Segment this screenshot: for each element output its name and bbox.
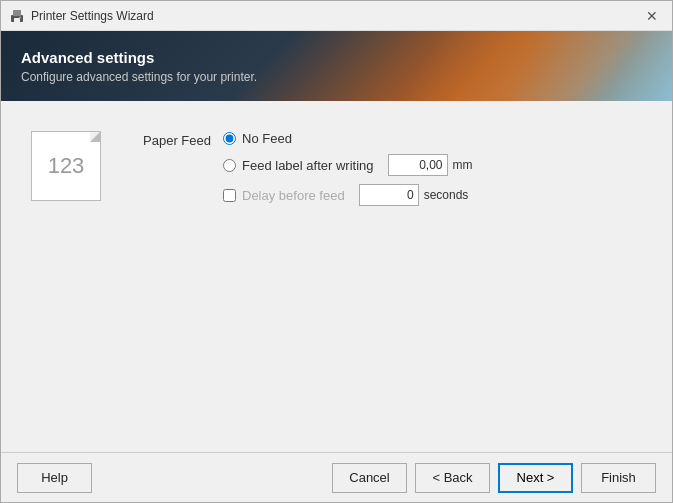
feed-after-label[interactable]: Feed label after writing [242, 158, 374, 173]
header-title: Advanced settings [21, 49, 652, 66]
footer-left: Help [17, 463, 92, 493]
help-button[interactable]: Help [17, 463, 92, 493]
seconds-input[interactable] [359, 184, 419, 206]
footer-right: Cancel < Back Next > Finish [332, 463, 656, 493]
main-content: 123 Paper Feed No Feed Feed label after … [1, 101, 672, 452]
label-preview: 123 [31, 131, 101, 201]
no-feed-label[interactable]: No Feed [242, 131, 292, 146]
delay-feed-label[interactable]: Delay before feed [242, 188, 345, 203]
seconds-input-group: seconds [359, 184, 469, 206]
delay-row: Delay before feed seconds [223, 184, 473, 206]
back-button[interactable]: < Back [415, 463, 490, 493]
finish-button[interactable]: Finish [581, 463, 656, 493]
svg-point-3 [19, 16, 21, 18]
printer-icon [9, 8, 25, 24]
feed-after-radio[interactable] [223, 159, 236, 172]
title-bar-title: Printer Settings Wizard [31, 9, 154, 23]
paper-feed-row: Paper Feed No Feed Feed label after writ… [121, 131, 642, 206]
title-bar-left: Printer Settings Wizard [9, 8, 154, 24]
preview-text: 123 [48, 153, 85, 179]
feed-after-row: Feed label after writing mm [223, 154, 473, 176]
no-feed-row: No Feed [223, 131, 473, 146]
header-subtitle: Configure advanced settings for your pri… [21, 70, 652, 84]
svg-rect-2 [14, 18, 20, 22]
seconds-unit-label: seconds [424, 188, 469, 202]
settings-panel: Paper Feed No Feed Feed label after writ… [121, 121, 642, 206]
mm-input[interactable] [388, 154, 448, 176]
no-feed-radio[interactable] [223, 132, 236, 145]
paper-feed-label: Paper Feed [121, 131, 211, 148]
mm-input-group: mm [388, 154, 473, 176]
footer: Help Cancel < Back Next > Finish [1, 452, 672, 502]
close-button[interactable]: ✕ [640, 4, 664, 28]
paper-feed-options: No Feed Feed label after writing mm Dela… [223, 131, 473, 206]
header-banner: Advanced settings Configure advanced set… [1, 31, 672, 101]
cancel-button[interactable]: Cancel [332, 463, 407, 493]
mm-unit-label: mm [453, 158, 473, 172]
svg-rect-1 [13, 10, 21, 16]
next-button[interactable]: Next > [498, 463, 573, 493]
delay-feed-checkbox[interactable] [223, 189, 236, 202]
title-bar: Printer Settings Wizard ✕ [1, 1, 672, 31]
